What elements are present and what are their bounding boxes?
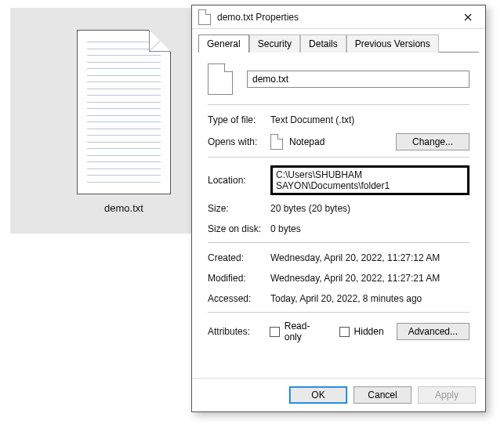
- readonly-checkbox[interactable]: Read-only: [270, 321, 327, 342]
- dialog-footer: OK Cancel Apply: [192, 378, 485, 411]
- accessed-label: Accessed:: [208, 293, 270, 304]
- file-label[interactable]: demo.txt: [73, 202, 175, 214]
- hidden-checkbox[interactable]: Hidden: [339, 326, 384, 337]
- close-button[interactable]: [451, 5, 485, 29]
- checkbox-box-icon: [339, 327, 350, 337]
- tab-details[interactable]: Details: [300, 34, 346, 53]
- text-file-icon: [77, 30, 171, 194]
- file-type-icon: [208, 63, 233, 95]
- properties-dialog: demo.txt Properties General Security Det…: [191, 5, 486, 412]
- filename-input[interactable]: [247, 71, 470, 88]
- apply-button[interactable]: Apply: [418, 386, 476, 404]
- titlebar-file-icon: [198, 9, 211, 25]
- dialog-title: demo.txt Properties: [217, 12, 451, 23]
- notepad-icon: [270, 134, 283, 150]
- change-button[interactable]: Change...: [396, 133, 470, 150]
- tab-general[interactable]: General: [198, 34, 249, 53]
- modified-label: Modified:: [208, 273, 270, 284]
- type-of-file-label: Type of file:: [208, 114, 270, 125]
- opens-with-label: Opens with:: [208, 136, 270, 147]
- cancel-button[interactable]: Cancel: [354, 386, 412, 404]
- advanced-button[interactable]: Advanced...: [397, 323, 470, 340]
- size-label: Size:: [208, 203, 270, 214]
- size-on-disk-value: 0 bytes: [270, 223, 470, 234]
- readonly-label: Read-only: [285, 321, 327, 342]
- checkbox-box-icon: [270, 327, 280, 337]
- accessed-value: Today, April 20, 2022, 8 minutes ago: [270, 293, 470, 304]
- created-value: Wednesday, April 20, 2022, 11:27:12 AM: [270, 252, 470, 263]
- size-on-disk-label: Size on disk:: [208, 223, 270, 234]
- file-item[interactable]: demo.txt: [73, 30, 175, 214]
- close-icon: [464, 13, 472, 21]
- modified-value: Wednesday, April 20, 2022, 11:27:21 AM: [270, 273, 470, 284]
- tab-security[interactable]: Security: [249, 34, 300, 53]
- ok-button[interactable]: OK: [289, 386, 347, 404]
- location-value: C:\Users\SHUBHAM SAYON\Documents\folder1: [270, 165, 470, 195]
- tab-panel: Type of file: Text Document (.txt) Opens…: [198, 52, 479, 378]
- opens-with-value: Notepad: [289, 136, 325, 147]
- attributes-label: Attributes:: [208, 326, 270, 337]
- location-label: Location:: [208, 175, 270, 186]
- type-of-file-value: Text Document (.txt): [270, 114, 470, 125]
- created-label: Created:: [208, 252, 270, 263]
- titlebar[interactable]: demo.txt Properties: [192, 5, 485, 29]
- size-value: 20 bytes (20 bytes): [270, 203, 470, 214]
- tab-previous-versions[interactable]: Previous Versions: [346, 34, 439, 53]
- tabstrip: General Security Details Previous Versio…: [192, 29, 485, 52]
- hidden-label: Hidden: [354, 326, 384, 337]
